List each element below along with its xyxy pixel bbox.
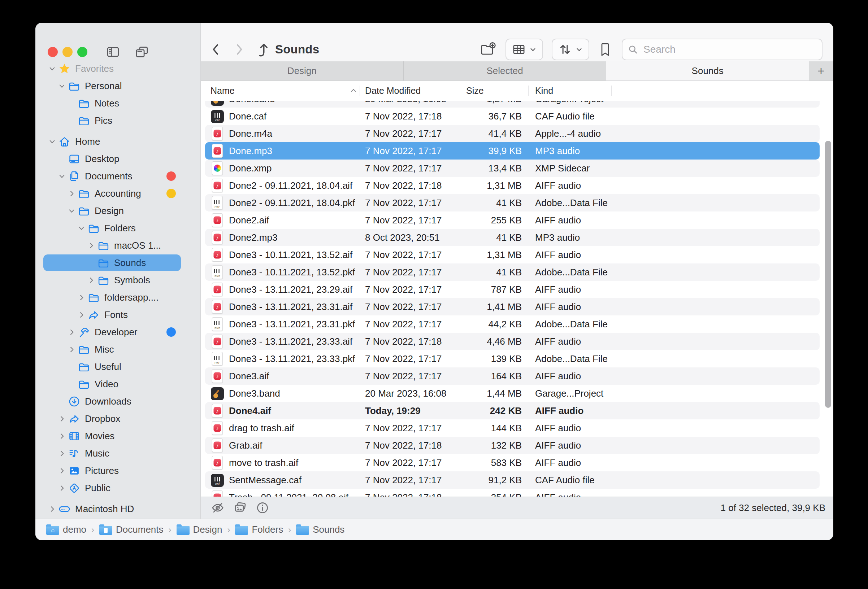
sidebar-item-home[interactable]: Home [35,133,201,150]
scrollbar-thumb[interactable] [825,141,831,408]
file-row[interactable]: PKFDone3 - 10.11.2021, 13.52.pkf7 Nov 20… [205,264,819,281]
sidebar-item-personal[interactable]: Personal [35,77,201,94]
chevron-down-icon[interactable] [47,64,57,74]
chevron-right-icon[interactable] [86,275,96,285]
chevron-right-icon[interactable] [77,293,86,302]
chevron-right-icon[interactable] [57,431,67,441]
sidebar-item-dropbox[interactable]: Dropbox [35,410,201,427]
chevron-right-icon[interactable] [57,449,67,458]
sidebar-item-label: Folders [104,223,136,234]
sidebar-item-misc[interactable]: Misc [35,341,201,358]
chevron-down-icon[interactable] [57,81,67,91]
file-row[interactable]: ♪Done3 - 13.11.2021, 23.31.aif7 Nov 2022… [205,298,819,315]
file-row[interactable]: ♪Done2.aif7 Nov 2022, 17:17255 KBAIFF au… [205,212,819,229]
sidebar-item-notes[interactable]: Notes [35,94,201,112]
file-row[interactable]: ♪Done4.aifToday, 19:29242 KBAIFF audio [205,402,819,420]
chevron-right-icon[interactable] [86,241,96,250]
column-header-kind[interactable]: Kind [535,81,553,101]
sidebar-item-symbols[interactable]: Symbols [35,271,201,289]
file-row[interactable]: Done3.band20 Mar 2023, 16:081,44 MBGarag… [205,385,819,402]
column-header-size[interactable]: Size [466,81,484,101]
chevron-down-icon[interactable] [77,224,86,233]
tab-overview-button[interactable] [134,44,150,60]
sidebar-item-macintosh-hd[interactable]: Macintosh HD [35,500,201,518]
chevron-right-icon[interactable] [77,310,86,320]
sidebar-item-design[interactable]: Design [35,202,201,219]
tab-selected[interactable]: Selected [404,61,607,81]
sidebar-item-developer[interactable]: Developer [35,323,201,341]
sidebar-item-movies[interactable]: Movies [35,427,201,445]
chevron-right-icon[interactable] [57,414,67,424]
file-row[interactable]: ♪Done.mp37 Nov 2022, 17:1739,9 KBMP3 aud… [205,142,819,159]
breadcrumb-item-demo[interactable]: ⌂demo [46,524,86,535]
sidebar-item-pics[interactable]: Pics [35,112,201,129]
chevron-right-icon[interactable] [67,189,77,199]
file-row[interactable]: ♪Done.m4a7 Nov 2022, 17:1741,4 KBApple..… [205,125,819,142]
toggle-sidebar-button[interactable] [105,44,121,60]
chevron-down-icon[interactable] [47,137,57,147]
sidebar-item-folders[interactable]: Folders [35,219,201,237]
breadcrumb-item-design[interactable]: Design [177,524,223,535]
close-button[interactable] [48,47,58,57]
breadcrumb-item-sounds[interactable]: Sounds [296,524,344,535]
search-input[interactable] [622,38,822,60]
chevron-right-icon[interactable] [57,466,67,476]
minimize-button[interactable] [62,47,72,57]
file-row[interactable]: ♪drag to trash.aif7 Nov 2022, 17:17144 K… [205,420,819,437]
sidebar-item-macos-1[interactable]: macOS 1... [35,237,201,254]
tab-design[interactable]: Design [201,61,404,81]
up-button[interactable] [254,41,269,58]
tab-sounds[interactable]: Sounds [606,61,809,81]
chevron-right-icon[interactable] [57,483,67,493]
file-row[interactable]: cafSentMessage.caf7 Nov 2022, 17:1791,2 … [205,471,819,489]
file-row[interactable]: ♪Done3.aif7 Nov 2022, 17:17164 KBAIFF au… [205,367,819,385]
chevron-down-icon[interactable] [57,171,67,181]
file-row[interactable]: ♪Done3 - 10.11.2021, 13.52.aif7 Nov 2022… [205,246,819,264]
new-tab-button[interactable]: + [809,61,833,81]
breadcrumb-item-folders[interactable]: Folders [235,524,283,535]
sidebar-item-favorites[interactable]: Favorites [35,60,201,77]
sidebar-item-desktop[interactable]: Desktop [35,150,201,168]
sidebar-item-accounting[interactable]: Accounting [35,185,201,202]
sidebar-item-sounds[interactable]: Sounds [35,254,201,271]
view-options-button[interactable] [505,38,543,60]
file-row[interactable]: PKFDone3 - 13.11.2021, 23.31.pkf7 Nov 20… [205,315,819,333]
file-row[interactable]: PKFDone2 - 09.11.2021, 18.04.pkf7 Nov 20… [205,194,819,212]
info-icon[interactable] [255,500,270,515]
sidebar-item-pictures[interactable]: Pictures [35,462,201,479]
new-folder-button[interactable] [480,41,496,58]
column-header-date[interactable]: Date Modified [365,81,421,101]
column-header-name[interactable]: Name [211,81,235,101]
sidebar-item-fonts[interactable]: Fonts [35,306,201,323]
zoom-button[interactable] [77,47,87,57]
file-row[interactable]: ♪Done3 - 13.11.2021, 23.33.aif7 Nov 2022… [205,333,819,350]
sidebar-item-downloads[interactable]: Downloads [35,393,201,410]
chevron-right-icon[interactable] [47,504,57,514]
file-row[interactable]: ♪move to trash.aif7 Nov 2022, 17:17583 K… [205,454,819,471]
file-row[interactable]: ♪Trash - 09.11.2021, 20.08.aif7 Nov 2022… [205,489,819,496]
breadcrumb-item-documents[interactable]: Documents [99,524,164,535]
file-row[interactable]: ♪Done3 - 13.11.2021, 23.29.aif7 Nov 2022… [205,281,819,298]
sidebar-item-useful[interactable]: Useful [35,358,201,375]
hidden-items-icon[interactable] [210,500,225,515]
back-button[interactable] [210,41,223,57]
file-row[interactable]: ♪Done2 - 09.11.2021, 18.04.aif7 Nov 2022… [205,177,819,194]
file-row[interactable]: PKFDone3 - 13.11.2021, 23.33.pkf7 Nov 20… [205,350,819,367]
file-row[interactable]: Done.band20 Mar 2023, 16:081,27 MBGarage… [205,101,819,107]
chevron-right-icon[interactable] [67,327,77,337]
file-row[interactable]: cafDone.caf7 Nov 2022, 17:1836,7 KBCAF A… [205,107,819,125]
chevron-down-icon[interactable] [67,206,77,216]
preview-images-icon[interactable] [233,500,248,515]
file-row[interactable]: Done.xmp7 Nov 2022, 17:1713,4 KBXMP Side… [205,159,819,177]
file-row[interactable]: ♪Done2.mp38 Oct 2023, 20:5141 KBMP3 audi… [205,229,819,246]
sidebar-item-documents[interactable]: Documents [35,168,201,185]
bookmark-icon[interactable] [599,41,611,57]
file-row[interactable]: ♪Grab.aif7 Nov 2022, 17:18132 KBAIFF aud… [205,437,819,454]
sidebar-item-foldersapp[interactable]: foldersapp.... [35,289,201,306]
forward-button[interactable] [233,41,245,57]
chevron-right-icon[interactable] [67,345,77,355]
sidebar-item-public[interactable]: Public [35,479,201,496]
sort-button[interactable] [552,38,589,60]
sidebar-item-music[interactable]: Music [35,445,201,462]
sidebar-item-video[interactable]: Video [35,375,201,393]
